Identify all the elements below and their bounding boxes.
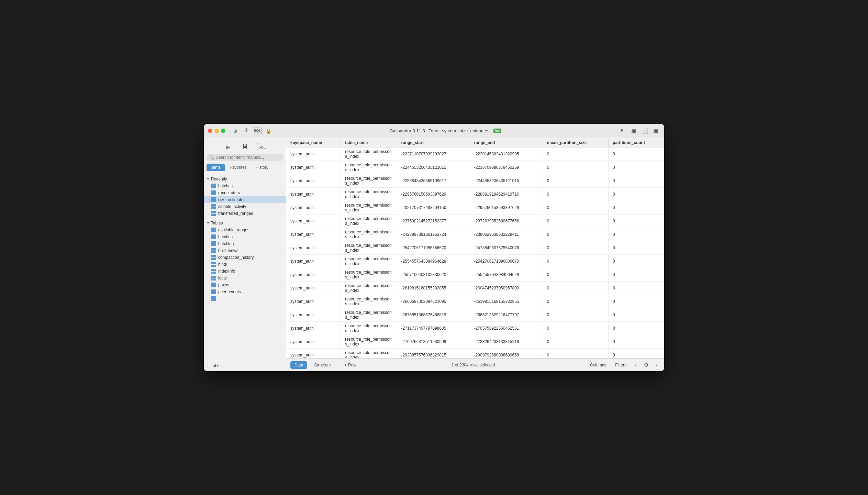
- connection-icon[interactable]: ⊕: [231, 128, 240, 134]
- table-cell: -2321707317483204150: [397, 201, 470, 214]
- table-row[interactable]: system_authresource_role_permissons_inde…: [286, 282, 664, 295]
- minimize-button[interactable]: [214, 129, 219, 133]
- next-icon[interactable]: ›: [653, 361, 660, 369]
- tab-data[interactable]: Data: [290, 361, 307, 369]
- chevron-down-icon: ▼: [207, 177, 210, 181]
- table-cell: resource_role_permissons_index: [341, 174, 397, 188]
- db-icon[interactable]: 🗄: [240, 143, 250, 151]
- sidebar-item-batches-recent[interactable]: batches: [204, 183, 286, 189]
- table-cell: system_auth: [286, 349, 341, 359]
- table-cell: system_auth: [286, 268, 341, 282]
- sidebar-item-batches[interactable]: batches: [204, 233, 286, 240]
- sidebar-left-icon[interactable]: ▣: [629, 128, 638, 134]
- tab-favorites[interactable]: Favorites: [225, 164, 251, 171]
- table-row[interactable]: system_authresource_role_permissons_inde…: [286, 241, 664, 255]
- col-mean-partition-size[interactable]: mean_partition_size: [543, 138, 608, 147]
- sidebar-bottom-icon[interactable]: ⬜: [640, 128, 649, 134]
- sidebar-item-built-views[interactable]: built_views: [204, 247, 286, 254]
- table-wrapper[interactable]: keyspace_name table_name range_start ran…: [286, 138, 664, 358]
- tab-items[interactable]: Items: [207, 164, 225, 171]
- table-cell: -2227110707039203027: [397, 147, 470, 161]
- table-row[interactable]: system_authresource_role_permissons_inde…: [286, 214, 664, 228]
- sql-icon[interactable]: SQL: [253, 128, 262, 134]
- table-cell: system_auth: [286, 161, 341, 174]
- table-cell: resource_role_permissons_index: [341, 268, 397, 282]
- settings-icon[interactable]: ⚙: [642, 361, 650, 370]
- table-row[interactable]: system_authresource_role_permissons_inde…: [286, 335, 664, 349]
- table-row[interactable]: system_authresource_role_permissons_inde…: [286, 308, 664, 322]
- table-icon: [211, 262, 216, 267]
- table-cell: -2738264203133315216: [470, 335, 543, 349]
- add-row-button[interactable]: + Row: [341, 361, 360, 369]
- sql-icon-sidebar[interactable]: SQL: [257, 143, 267, 151]
- sidebar-item-compaction-history[interactable]: compaction_history: [204, 254, 286, 261]
- table-cell: system_auth: [286, 201, 341, 214]
- table-row[interactable]: system_authresource_role_permissons_inde…: [286, 188, 664, 201]
- table-cell: -2372639352580677656: [470, 214, 543, 228]
- sidebar-item-label: batches: [218, 184, 233, 188]
- titlebar-icons: ⊕ 🗄 SQL 🔒: [231, 128, 273, 134]
- sidebar-item-hints[interactable]: hints: [204, 261, 286, 268]
- sidebar-item-label: sstable_activity: [218, 204, 246, 209]
- sidebar-item-indexinfo[interactable]: IndexInfo: [204, 268, 286, 275]
- table-cell: -2666213629216477797: [470, 308, 543, 322]
- sidebar-item-label: transferred_ranges: [218, 211, 253, 216]
- sidebar-item-batchlog[interactable]: batchlog: [204, 240, 286, 247]
- bottom-right: Columns Filters ‹ ⚙ ›: [587, 361, 660, 370]
- table-cell: -2660697003084621095: [397, 295, 470, 308]
- close-button[interactable]: [208, 129, 212, 133]
- search-input[interactable]: [216, 155, 280, 160]
- table-row[interactable]: system_authresource_role_permissons_inde…: [286, 322, 664, 335]
- table-cell: -2478849537575540076: [470, 241, 543, 255]
- table-cell: 0: [608, 188, 664, 201]
- sidebar-item-label: paxos: [218, 283, 229, 287]
- sidebar-item-range-xfers[interactable]: range_xfers: [204, 189, 286, 196]
- table-row[interactable]: system_authresource_role_permissons_inde…: [286, 201, 664, 214]
- col-keyspace-name[interactable]: keyspace_name: [286, 138, 341, 147]
- sidebar-item-paxos[interactable]: paxos: [204, 282, 286, 288]
- table-icon: [211, 276, 216, 280]
- titlebar: ⊕ 🗄 SQL 🔒 Cassandra 3.11.3 : Tono : syst…: [204, 124, 664, 138]
- sidebar-item-local[interactable]: local: [204, 275, 286, 282]
- prev-icon[interactable]: ‹: [632, 361, 639, 369]
- sidebar-right-icon[interactable]: ▣: [651, 128, 660, 134]
- sidebar-item-transferred-ranges[interactable]: transferred_ranges: [204, 210, 286, 217]
- table-row[interactable]: system_authresource_role_permissons_inde…: [286, 268, 664, 282]
- sidebar-item-sstable-activity[interactable]: sstable_activity: [204, 203, 286, 210]
- refresh-icon[interactable]: ↻: [618, 128, 627, 134]
- sidebar-item-available-ranges[interactable]: available_ranges: [204, 227, 286, 233]
- table-row[interactable]: system_authresource_role_permissons_inde…: [286, 255, 664, 268]
- table-row[interactable]: system_authresource_role_permissons_inde…: [286, 147, 664, 161]
- table-cell: -2428897391361262724: [397, 228, 470, 241]
- recently-header[interactable]: ▼ Recently: [204, 176, 286, 183]
- tab-structure[interactable]: Structure: [310, 361, 335, 369]
- table-cell: resource_role_permissons_index: [341, 295, 397, 308]
- columns-button[interactable]: Columns: [587, 361, 610, 369]
- table-cell: -2295760158593897629: [470, 201, 543, 214]
- table-row[interactable]: system_authresource_role_permissons_inde…: [286, 161, 664, 174]
- sidebar-item-size-estimates[interactable]: size_estimates: [204, 196, 286, 203]
- table-row[interactable]: system_authresource_role_permissons_inde…: [286, 349, 664, 359]
- main-content: ⊕ 🗄 SQL 🔍 Items Favorites History ▼ Re: [204, 138, 664, 371]
- table-cell: 0: [608, 241, 664, 255]
- table-row[interactable]: system_authresource_role_permissons_inde…: [286, 295, 664, 308]
- col-partitions-count[interactable]: partitions_count: [608, 138, 664, 147]
- maximize-button[interactable]: [221, 129, 225, 133]
- tables-header[interactable]: ▼ Tables: [204, 220, 286, 227]
- table-row[interactable]: system_authresource_role_permissons_inde…: [286, 228, 664, 241]
- col-range-end[interactable]: range_end: [470, 138, 543, 147]
- network-icon[interactable]: ⊕: [223, 143, 233, 151]
- tab-history[interactable]: History: [252, 164, 272, 171]
- table-cell: -2923857576836829015: [397, 349, 470, 359]
- add-table-bar[interactable]: + Table: [204, 360, 286, 371]
- lock-icon[interactable]: 🔒: [264, 128, 273, 134]
- table-cell: -2542706171096886670: [470, 255, 543, 268]
- sidebar-item-peer-events[interactable]: peer_events: [204, 288, 286, 295]
- table-cell: system_auth: [286, 308, 341, 322]
- database-icon[interactable]: 🗄: [242, 128, 251, 134]
- table-row[interactable]: system_authresource_role_permissons_inde…: [286, 174, 664, 188]
- search-box[interactable]: 🔍: [207, 154, 283, 161]
- filters-button[interactable]: Filters: [612, 361, 630, 369]
- col-table-name[interactable]: table_name: [341, 138, 397, 147]
- col-range-start[interactable]: range_start: [397, 138, 470, 147]
